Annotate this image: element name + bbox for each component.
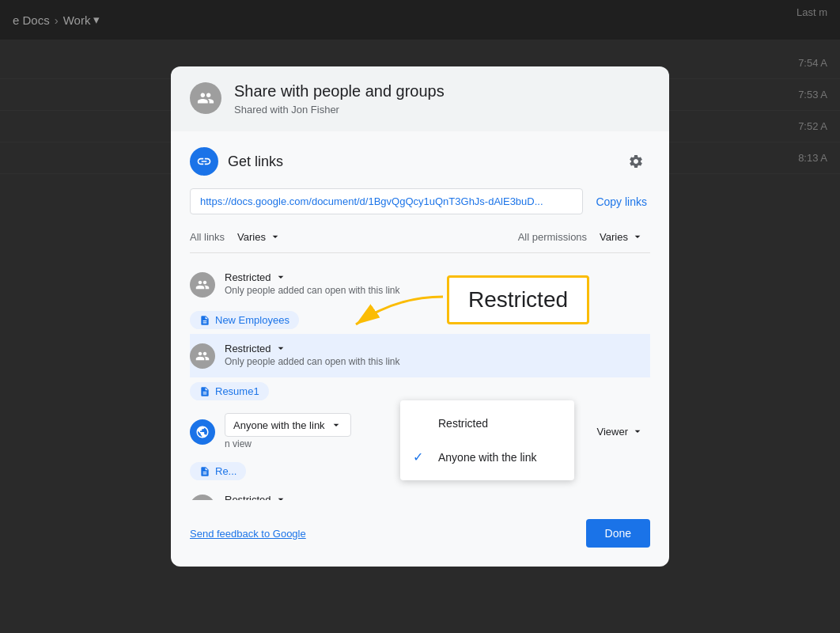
access-dropdown-menu: Restricted ✓ Anyone with the link <box>400 400 574 480</box>
all-permissions-label: All permissions <box>518 231 587 243</box>
link-item-2-top: Restricted <box>225 342 650 354</box>
link-item-2: Restricted Only people added can open wi… <box>190 334 650 377</box>
dropdown-anyone-label: Anyone with the link <box>438 451 537 464</box>
dropdown-item-restricted[interactable]: Restricted <box>400 407 574 440</box>
link-item-3-content: Restricted Only people added can open wi… <box>225 493 650 500</box>
dropdown-item-anyone[interactable]: ✓ Anyone with the link <box>400 440 574 474</box>
varies-dropdown-right[interactable]: Varies <box>593 227 650 246</box>
permissions-row: All links Varies All permissions Varies <box>190 227 650 253</box>
perm-left: All links Varies <box>190 227 288 246</box>
url-bar: Copy links <box>190 188 650 214</box>
share-dialog-top: Share with people and groups Shared with… <box>171 66 669 131</box>
restricted-dropdown-3[interactable]: Restricted <box>225 493 287 500</box>
get-links-title-area: Get links <box>190 147 283 176</box>
people-icon-2 <box>190 343 215 369</box>
link-item-3: Restricted Only people added can open wi… <box>190 485 650 500</box>
link-icon <box>190 147 218 176</box>
varies-dropdown-left[interactable]: Varies <box>231 227 288 246</box>
done-button[interactable]: Done <box>586 519 650 548</box>
modal-overlay: Share with people and groups Shared with… <box>0 0 840 633</box>
link-item-3-top: Restricted <box>225 493 650 500</box>
get-links-header: Get links <box>190 147 650 176</box>
anyone-with-link-dropdown[interactable]: Anyone with the link <box>225 413 351 437</box>
share-avatar-icon <box>190 82 221 114</box>
restricted-dropdown-2[interactable]: Restricted <box>225 342 287 354</box>
link-item-2-content: Restricted Only people added can open wi… <box>225 342 650 367</box>
restricted-dropdown-1[interactable]: Restricted <box>225 271 287 283</box>
get-links-heading: Get links <box>228 154 283 170</box>
check-icon-anyone: ✓ <box>413 449 429 464</box>
all-links-label: All links <box>190 231 225 243</box>
dropdown-restricted-label: Restricted <box>438 417 488 430</box>
viewer-dropdown[interactable]: Viewer <box>590 422 650 441</box>
new-employees-label: New Employees <box>215 314 289 326</box>
globe-icon <box>190 419 215 445</box>
resume2-label: Re... <box>215 465 236 477</box>
people-icon-3 <box>190 495 215 500</box>
get-links-section: Get links Copy links All links Varies Al… <box>171 131 669 567</box>
share-dialog-subtitle: Shared with Jon Fisher <box>234 104 445 116</box>
share-dialog-title: Share with people and groups <box>234 82 445 100</box>
callout-annotation: Restricted <box>447 275 589 324</box>
dialog-footer: Send feedback to Google Done <box>190 513 650 548</box>
send-feedback-link[interactable]: Send feedback to Google <box>190 528 306 540</box>
gear-button[interactable] <box>622 147 650 176</box>
share-title-area: Share with people and groups Shared with… <box>234 82 445 116</box>
check-icon-restricted <box>413 416 429 430</box>
perm-right: All permissions Varies <box>518 227 650 246</box>
people-icon-1 <box>190 272 215 298</box>
url-input[interactable] <box>190 188 583 214</box>
link-item-2-desc: Only people added can open with this lin… <box>225 356 650 367</box>
resume1-label: Resume1 <box>215 385 259 397</box>
copy-links-button[interactable]: Copy links <box>592 189 650 214</box>
